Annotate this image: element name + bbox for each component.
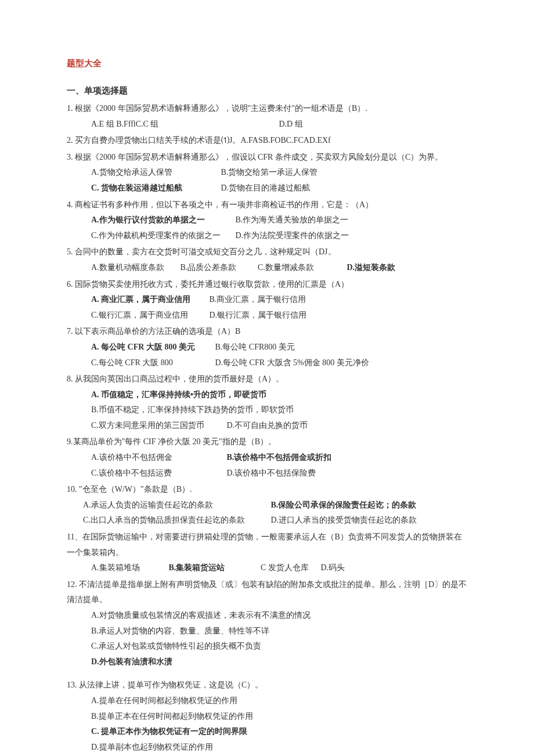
q9-opt-a: A.该价格中不包括佣金 — [91, 450, 225, 466]
q6-stem: 6. 国际货物买卖使用托收方式，委托并通过银行收取货款，使用的汇票是（A） — [67, 277, 467, 293]
q5-opt-a: A.数量机动幅度条款 — [91, 260, 178, 276]
q13-opt-c: C. 提单正本作为物权凭证有一定的时间界限 — [91, 724, 467, 740]
q4-opt-d: D.作为法院受理案件的依据之一 — [236, 231, 349, 240]
q11-opt-a: A.集装箱堆场 — [91, 560, 167, 576]
q7-opt-b: B.每公吨 CFR800 美元 — [215, 343, 295, 351]
q12-opt-b: B.承运人对货物的内容、数量、质量、特性等不详 — [91, 624, 467, 639]
q9-opt-b: B.该价格中不包括佣金或折扣 — [227, 453, 332, 462]
q11-opt-b: B.集装箱货运站 — [169, 560, 259, 576]
q6-opt-a: A. 商业汇票，属于商业信用 — [91, 292, 207, 308]
q1-opt-d: D.D 组 — [279, 120, 303, 128]
question-12: 12. 不清洁提单是指单据上附有声明货物及〔或〕包装有缺陷的附加条文或批注的提单… — [67, 577, 467, 670]
q8-opt-b: B.币值不稳定，汇率保持持续下跌趋势的货币，即软货币 — [91, 402, 467, 418]
question-8: 8. 从我国向英国出口商品过程中，使用的货币最好是（A）。 A. 币值稳定，汇率… — [67, 372, 467, 433]
q10-opt-d: D.进口人承当的接受货物责任起讫的条款 — [271, 516, 417, 524]
question-9: 9.某商品单价为"每件 CIF 净价大阪 20 美元"指的是（B）。 A.该价格… — [67, 434, 467, 481]
q6-options: A. 商业汇票，属于商业信用 B.商业汇票，属于银行信用 C.银行汇票，属于商业… — [67, 292, 467, 323]
q10-opt-a: A.承运人负责的运输责任起讫的条款 — [83, 498, 269, 513]
q1-stem: 1. 根据《2000 年国际贸易术语解释通那么》，说明"主运费未付"的一组术语是… — [67, 101, 467, 117]
q8-opt-c: C.双方未同意采用的第三国货币 — [91, 418, 225, 434]
q4-stem: 4. 商检证书有多种作用，但以下各项之中，有一项并非商检证书的作用，它是：（A） — [67, 197, 467, 213]
q13-opt-d: D.提单副本也起到物权凭证的作用 — [91, 740, 467, 755]
q10-options: A.承运人负责的运输责任起讫的条款 B.保险公司承保的保险责任起讫；的条款 C.… — [67, 498, 467, 528]
q13-opt-a: A.提单在任何时间都起到物权凭证的作用 — [91, 693, 467, 709]
q11-options: A.集装箱堆场 B.集装箱货运站 C 发货人仓库 D.码头 — [67, 560, 467, 576]
q12-opt-c: C.承运人对包装或货物特性引起的损失概不负责 — [91, 639, 467, 654]
q9-options: A.该价格中不包括佣金 B.该价格中不包括佣金或折扣 C.该价格中不包括运费 D… — [67, 450, 467, 481]
q4-options: A.作为银行议付货款的单据之一 B.作为海关通关验放的单据之一 C.作为仲裁机构… — [67, 213, 467, 243]
q7-stem: 7. 以下表示商品单价的方法正确的选项是（A）B — [67, 324, 467, 340]
q6-opt-c: C.银行汇票，属于商业信用 — [91, 308, 207, 323]
question-5: 5. 合同中的数量，卖方在交货时可溢交或短交百分之几，这种规定叫（DJ。 A.数… — [67, 244, 467, 275]
q7-options: A. 每公吨 CFR 大阪 800 美元 B.每公吨 CFR800 美元 C.每… — [67, 340, 467, 370]
q13-options: A.提单在任何时间都起到物权凭证的作用 B.提单正本在任何时间都起到物权凭证的作… — [67, 693, 467, 755]
q10-stem: 10. "仓至仓（W/W）"条款是（B）. — [67, 482, 467, 498]
question-7: 7. 以下表示商品单价的方法正确的选项是（A）B A. 每公吨 CFR 大阪 8… — [67, 324, 467, 370]
q5-opt-b: B.品质公差条款 — [181, 260, 256, 276]
q12-opt-a: A.对货物质量或包装情况的客观描述，未表示有不满意的情况 — [91, 608, 467, 624]
q11-opt-c: C 发货人仓库 — [261, 560, 319, 576]
question-6: 6. 国际货物买卖使用托收方式，委托并通过银行收取货款，使用的汇票是（A） A.… — [67, 277, 467, 323]
q8-opt-d: D.不可自由兑换的货币 — [227, 421, 308, 430]
q3-stem: 3. 根据《2000 年国际贸易术语解释通那么》，假设以 CFR 条件成交，买卖… — [67, 150, 467, 165]
q2-stem: 2. 买方自费办理货物出口结关手续的术语是⑴J。A.FASB.FOBC.FCAD… — [67, 133, 467, 149]
q10-opt-c: C.出口人承当的货物品质担保责任起讫的条款 — [83, 513, 269, 528]
q13-opt-b: B.提单正本在任何时间都起到物权凭证的作用 — [91, 709, 467, 725]
q6-opt-d: D.银行汇票，属于银行信用 — [210, 311, 307, 319]
q4-opt-c: C.作为仲裁机构受理案件的依据之一 — [91, 228, 233, 244]
question-10: 10. "仓至仓（W/W）"条款是（B）. A.承运人负责的运输责任起讫的条款 … — [67, 482, 467, 528]
q12-opt-d: D.外包装有油渍和水渍 — [91, 654, 467, 670]
q3-opt-b: B.货物交给第一承运人保管 — [221, 168, 318, 177]
question-11: 11、在国际货物运输中，对需要进行拼箱处理的货物，一般需要承运人在（B）负责将不… — [67, 530, 467, 576]
q5-options: A.数量机动幅度条款 B.品质公差条款 C.数量增减条款 D.溢短装条款 — [67, 260, 467, 276]
q9-stem: 9.某商品单价为"每件 CIF 净价大阪 20 美元"指的是（B）。 — [67, 434, 467, 450]
q11-opt-d: D.码头 — [321, 563, 345, 572]
q12-options: A.对货物质量或包装情况的客观描述，未表示有不满意的情况 B.承运人对货物的内容… — [67, 608, 467, 669]
document-title: 题型大全 — [67, 55, 467, 72]
question-13: 13. 从法律上讲，提单可作为物权凭证，这是说（C）。 A.提单在任何时间都起到… — [67, 678, 467, 755]
q8-stem: 8. 从我国向英国出口商品过程中，使用的货币最好是（A）。 — [67, 372, 467, 387]
q12-stem: 12. 不清洁提单是指单据上附有声明货物及〔或〕包装有缺陷的附加条文或批注的提单… — [67, 577, 467, 608]
section-heading-1: 一、单项选择题 — [67, 82, 467, 99]
document-page: 题型大全 一、单项选择题 1. 根据《2000 年国际贸易术语解释通那么》，说明… — [0, 0, 534, 756]
q7-opt-d: D.每公吨 CFR 大阪含 5%佣金 800 美元净价 — [215, 358, 369, 367]
q4-opt-b: B.作为海关通关验放的单据之一 — [236, 215, 349, 224]
q7-opt-c: C.每公吨 CFR 大阪 800 — [91, 355, 213, 371]
q1-options: A.E 组 B.FfflC.C 组 D.D 组 — [67, 117, 467, 132]
q3-opt-c: C. 货物在装运港越过船舷 — [91, 181, 219, 196]
q9-opt-c: C.该价格中不包括运费 — [91, 466, 225, 481]
question-1: 1. 根据《2000 年国际贸易术语解释通那么》，说明"主运费未付"的一组术语是… — [67, 101, 467, 132]
q13-stem: 13. 从法律上讲，提单可作为物权凭证，这是说（C）。 — [67, 678, 467, 693]
question-2: 2. 买方自费办理货物出口结关手续的术语是⑴J。A.FASB.FOBC.FCAD… — [67, 133, 467, 149]
q5-stem: 5. 合同中的数量，卖方在交货时可溢交或短交百分之几，这种规定叫（DJ。 — [67, 244, 467, 260]
q5-opt-d: D.溢短装条款 — [347, 263, 396, 272]
q3-opt-d: D.货物在目的港越过船舷 — [221, 183, 311, 192]
q8-opt-a: A. 币值稳定，汇率保持持续•升的货币，即硬货币 — [91, 387, 467, 403]
q10-opt-b: B.保险公司承保的保险责任起讫；的条款 — [271, 501, 417, 509]
question-3: 3. 根据《2000 年国际贸易术语解释通那么》，假设以 CFR 条件成交，买卖… — [67, 150, 467, 196]
q8-options: A. 币值稳定，汇率保持持续•升的货币，即硬货币 B.币值不稳定，汇率保持持续下… — [67, 387, 467, 434]
q6-opt-b: B.商业汇票，属于银行信用 — [210, 295, 306, 304]
question-4: 4. 商检证书有多种作用，但以下各项之中，有一项并非商检证书的作用，它是：（A）… — [67, 197, 467, 244]
q4-opt-a: A.作为银行议付货款的单据之一 — [91, 213, 233, 228]
q5-opt-c: C.数量增减条款 — [258, 260, 345, 276]
q3-opt-a: A.货物交给承运人保管 — [91, 165, 219, 181]
q11-stem: 11、在国际货物运输中，对需要进行拼箱处理的货物，一般需要承运人在（B）负责将不… — [67, 530, 467, 560]
q9-opt-d: D.该价格中不包括保险费 — [227, 469, 316, 477]
q1-opt-a: A.E 组 B.FfflC.C 组 — [91, 117, 277, 132]
q3-options: A.货物交给承运人保管 B.货物交给第一承运人保管 C. 货物在装运港越过船舷 … — [67, 165, 467, 196]
q7-opt-a: A. 每公吨 CFR 大阪 800 美元 — [91, 340, 213, 355]
